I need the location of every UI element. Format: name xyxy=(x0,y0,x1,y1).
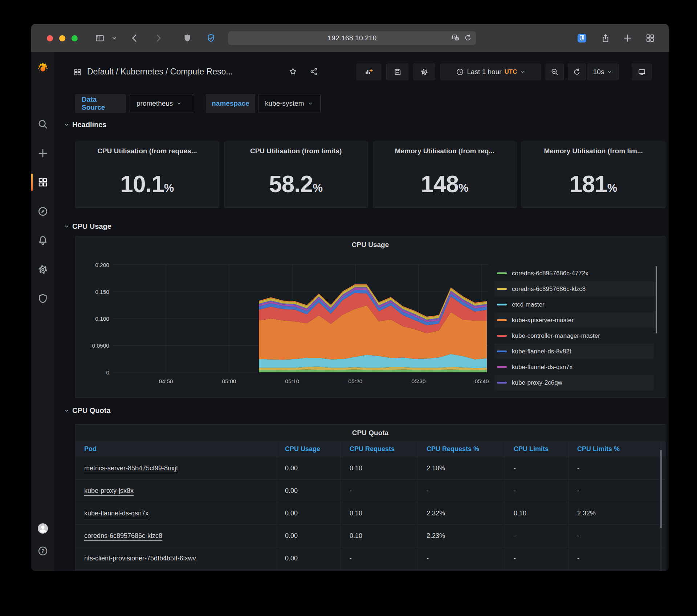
grafana-logo-icon xyxy=(36,62,50,76)
sidebar-item-help[interactable]: ? xyxy=(31,541,54,561)
cpu-usage-legend: coredns-6c8957686c-4772xcoredns-6c895768… xyxy=(494,266,654,390)
translate-icon[interactable]: Aa xyxy=(451,33,460,42)
zoom-button[interactable] xyxy=(72,35,78,41)
legend-item[interactable]: kube-controller-manager-master xyxy=(494,328,654,344)
pod-link[interactable]: nfs-client-provisioner-75dfb4b5ff-6lxwv xyxy=(84,555,196,562)
privacy-shield-icon[interactable] xyxy=(182,33,193,44)
zoom-out-time-button[interactable] xyxy=(546,64,564,80)
legend-item[interactable]: kube-flannel-ds-qsn7x xyxy=(494,359,654,375)
sidebar-item-dashboards[interactable] xyxy=(31,172,54,192)
stat-panel-title[interactable]: CPU Utilisation (from limits) xyxy=(224,147,368,155)
section-cpu-usage[interactable]: CPU Usage xyxy=(64,222,111,231)
legend-item[interactable]: kube-proxy-2c6qw xyxy=(494,375,654,390)
table-cell: 0.00 xyxy=(276,525,341,547)
legend-swatch xyxy=(497,304,507,305)
pod-link[interactable]: kube-proxy-jsx8x xyxy=(84,487,134,495)
x-axis-label: 05:30 xyxy=(412,378,426,384)
add-panel-button[interactable] xyxy=(356,64,381,80)
chevron-down-icon xyxy=(64,122,69,127)
legend-swatch xyxy=(497,272,507,274)
stat-panel-title[interactable]: Memory Utilisation (from lim... xyxy=(522,147,665,155)
table-cell: 2.23% xyxy=(418,525,505,547)
cpu-quota-panel-title[interactable]: CPU Quota xyxy=(76,429,665,437)
time-range-picker[interactable]: Last 1 hour UTC xyxy=(440,64,541,80)
stat-value: 10.1% xyxy=(76,161,219,207)
column-header-3[interactable]: CPU Requests % xyxy=(418,441,505,457)
legend-item[interactable]: coredns-6c8957686c-4772x xyxy=(494,266,654,281)
chevron-down-icon[interactable] xyxy=(109,33,120,44)
reload-icon[interactable] xyxy=(463,33,473,42)
sidebar-item-configuration[interactable] xyxy=(31,259,54,280)
y-axis-label: 0.0500 xyxy=(92,343,110,349)
table-row: kube-flannel-ds-qsn7x0.000.102.32%0.102.… xyxy=(76,502,666,524)
url-text: 192.168.10.210 xyxy=(328,34,377,42)
sidebar-item-explore[interactable] xyxy=(31,201,54,222)
legend-label: coredns-6c8957686c-4772x xyxy=(512,270,588,277)
bitwarden-icon[interactable] xyxy=(576,33,587,44)
legend-scrollbar[interactable] xyxy=(656,266,657,333)
stat-panel-title[interactable]: CPU Utilisation (from reques... xyxy=(76,147,219,155)
save-dashboard-button[interactable] xyxy=(386,64,408,80)
sidebar-item-server-admin[interactable] xyxy=(31,288,54,309)
breadcrumb[interactable]: Default / Kubernetes / Compute Reso... xyxy=(87,67,233,77)
sidebar-item-create[interactable] xyxy=(31,143,54,163)
tabs-overview-icon[interactable] xyxy=(645,33,656,44)
sidebar-item-user-profile[interactable] xyxy=(31,518,54,539)
pod-link[interactable]: kube-flannel-ds-qsn7x xyxy=(84,510,148,517)
pod-cell: coredns-6c8957686c-klzc8 xyxy=(76,525,276,547)
column-header-0[interactable]: Pod xyxy=(76,441,276,457)
table-scrollbar[interactable] xyxy=(660,450,662,528)
share-dashboard-icon[interactable] xyxy=(310,67,318,77)
new-tab-icon[interactable] xyxy=(622,33,633,44)
zoom-out-icon xyxy=(551,68,559,76)
namespace-variable-dropdown[interactable]: kube-system xyxy=(258,94,321,113)
column-header-2[interactable]: CPU Requests xyxy=(341,441,418,457)
legend-item[interactable]: kube-flannel-ds-8v82f xyxy=(494,344,654,359)
compass-icon xyxy=(37,206,48,217)
table-cell: - xyxy=(568,480,666,502)
star-icon[interactable] xyxy=(289,67,297,77)
y-axis-label: 0 xyxy=(106,369,109,376)
stat-number: 148 xyxy=(421,171,458,198)
table-row: coredns-6c8957686c-klzc80.000.102.23%-- xyxy=(76,524,666,547)
pod-link[interactable]: coredns-6c8957686c-klzc8 xyxy=(84,532,162,540)
table-cell: - xyxy=(568,525,666,547)
grafana-app: ? Default / Kubernetes / Compute Reso...… xyxy=(31,52,669,571)
pod-link[interactable]: metrics-server-85b475cf99-8nxjf xyxy=(84,465,178,472)
shield-icon xyxy=(37,293,48,304)
sidebar-item-alerting[interactable] xyxy=(31,230,54,251)
refresh-interval-dropdown[interactable]: 10s xyxy=(587,64,619,80)
table-cell: - xyxy=(568,457,666,479)
column-header-1[interactable]: CPU Usage xyxy=(276,441,341,457)
add-panel-icon xyxy=(365,68,373,76)
sidebar-item-grafana-logo[interactable] xyxy=(31,59,54,79)
sidebar-item-search[interactable] xyxy=(31,114,54,134)
back-icon[interactable] xyxy=(129,33,140,44)
sidebar-toggle-icon[interactable] xyxy=(94,33,105,44)
minimize-button[interactable] xyxy=(59,35,65,41)
table-cell: - xyxy=(418,547,505,570)
refresh-button[interactable] xyxy=(568,64,586,80)
refresh-interval-label: 10s xyxy=(593,68,604,76)
share-icon[interactable] xyxy=(600,33,611,44)
datasource-variable-dropdown[interactable]: prometheus xyxy=(130,94,194,113)
section-headlines-label: Headlines xyxy=(72,121,106,129)
close-button[interactable] xyxy=(47,35,53,41)
tv-mode-button[interactable] xyxy=(632,64,652,80)
legend-item[interactable]: coredns-6c8957686c-klzc8 xyxy=(494,281,654,297)
stat-panel-title[interactable]: Memory Utilisation (from req... xyxy=(373,147,517,155)
address-bar[interactable]: 192.168.10.210 Aa xyxy=(228,31,476,45)
grafana-content: Default / Kubernetes / Compute Reso... L… xyxy=(54,52,669,571)
legend-item[interactable]: kube-apiserver-master xyxy=(494,312,654,328)
column-header-5[interactable]: CPU Limits % xyxy=(568,441,666,457)
table-cell: - xyxy=(418,480,505,502)
section-cpu-quota[interactable]: CPU Quota xyxy=(64,406,111,415)
column-header-4[interactable]: CPU Limits xyxy=(505,441,568,457)
shield-check-icon[interactable] xyxy=(205,33,216,44)
table-cell: 2.10% xyxy=(418,457,505,479)
dashboard-settings-button[interactable] xyxy=(413,64,435,80)
dashboard-grid-icon xyxy=(73,68,82,78)
legend-item[interactable]: etcd-master xyxy=(494,297,654,312)
time-range-label: Last 1 hour xyxy=(467,68,501,76)
section-headlines[interactable]: Headlines xyxy=(64,121,106,129)
